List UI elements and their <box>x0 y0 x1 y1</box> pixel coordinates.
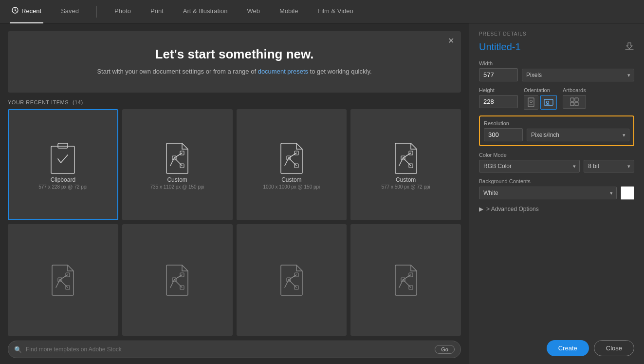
grid-item-sub: 577 x 228 px @ 72 ppi <box>38 184 87 190</box>
doc-icon <box>278 142 305 176</box>
create-button[interactable]: Create <box>547 340 589 356</box>
svg-point-49 <box>530 100 533 103</box>
recent-header: YOUR RECENT ITEMS (14) <box>0 93 469 109</box>
svg-line-23 <box>60 275 68 280</box>
color-mode-row: RGB Color CMYK Color Lab Color Grayscale… <box>479 160 634 172</box>
tab-art-label: Art & Illustration <box>183 7 228 15</box>
bg-contents-select-wrap: White Black Background Color Transparent… <box>479 187 617 199</box>
grid-item-sub: 577 x 500 px @ 72 ppi <box>382 184 430 190</box>
tab-art[interactable]: Art & Illustration <box>181 0 230 23</box>
grid-item-custom6[interactable] <box>237 224 347 336</box>
color-mode-select[interactable]: RGB Color CMYK Color Lab Color Grayscale… <box>479 160 580 172</box>
tab-photo[interactable]: Photo <box>112 0 133 23</box>
grid-item-label: Custom <box>396 176 416 183</box>
grid-item-label: Clipboard <box>51 176 75 183</box>
tab-recent-label: Recent <box>21 7 41 15</box>
tab-mobile[interactable]: Mobile <box>277 0 300 23</box>
svg-line-43 <box>403 280 411 287</box>
doc-icon <box>392 264 420 298</box>
search-bar: 🔍 Go <box>8 341 461 358</box>
height-input[interactable] <box>479 95 518 108</box>
artboards-label: Artboards <box>563 87 586 93</box>
doc-icon <box>392 142 420 176</box>
main-layout: ✕ Let's start something new. Start with … <box>0 23 644 364</box>
artboards-button[interactable] <box>563 95 586 109</box>
svg-rect-54 <box>570 98 574 101</box>
tab-film[interactable]: Film & Video <box>315 0 355 23</box>
svg-line-7 <box>174 158 182 166</box>
tab-print[interactable]: Print <box>148 0 166 23</box>
tab-web[interactable]: Web <box>245 0 262 23</box>
bg-contents-label: Background Contents <box>479 178 634 184</box>
preset-name-row: Untitled-1 <box>479 41 634 53</box>
portrait-button[interactable] <box>524 95 538 110</box>
svg-line-37 <box>289 280 296 287</box>
preset-details-label: PRESET DETAILS <box>479 31 634 37</box>
grid-item-sub: 735 x 1102 px @ 150 ppi <box>150 184 204 190</box>
chevron-right-icon: ▶ <box>479 206 483 212</box>
svg-rect-4 <box>58 143 68 148</box>
grid-item-custom4[interactable] <box>8 224 118 336</box>
svg-line-5 <box>174 153 182 158</box>
tab-saved-label: Saved <box>61 7 79 15</box>
grid-item-clipboard[interactable]: Clipboard 577 x 228 px @ 72 ppi <box>8 109 118 221</box>
resolution-unit-select[interactable]: Pixels/Inch Pixels/Centimeter <box>527 129 629 141</box>
hero-subtitle-after: to get working quickly. <box>308 68 372 75</box>
resolution-row: Pixels/Inch Pixels/Centimeter <box>484 128 629 141</box>
resolution-input[interactable] <box>484 128 523 141</box>
bg-contents-row: White Black Background Color Transparent… <box>479 186 634 200</box>
tab-saved[interactable]: Saved <box>59 0 81 23</box>
right-panel: PRESET DETAILS Untitled-1 Width Pixels I… <box>469 23 644 364</box>
svg-line-25 <box>60 280 68 287</box>
grid-item-custom2[interactable]: Custom 1000 x 1000 px @ 150 ppi <box>237 109 347 221</box>
recent-count: (14) <box>73 99 83 105</box>
document-presets-link[interactable]: document presets <box>258 68 308 75</box>
items-grid: Clipboard 577 x 228 px @ 72 ppi <box>0 109 469 336</box>
preset-name-before: Untitled- <box>479 41 515 52</box>
hero-subtitle-before: Start with your own document settings or… <box>97 68 258 75</box>
hero-title: Let's start something new. <box>27 47 442 62</box>
grid-item-custom7[interactable] <box>350 224 461 336</box>
svg-line-29 <box>174 275 182 280</box>
svg-line-2 <box>15 11 17 12</box>
svg-line-31 <box>174 280 182 287</box>
resolution-unit-select-wrap: Pixels/Inch Pixels/Centimeter <box>527 129 629 141</box>
doc-icon <box>278 264 305 298</box>
hero-subtitle: Start with your own document settings or… <box>27 67 442 77</box>
width-input[interactable] <box>479 68 518 81</box>
save-preset-icon[interactable] <box>625 42 634 53</box>
preset-name: Untitled-1 <box>479 41 521 53</box>
close-button[interactable]: ✕ <box>448 36 454 45</box>
clipboard-icon <box>49 142 76 176</box>
tab-film-label: Film & Video <box>317 7 353 15</box>
left-panel: ✕ Let's start something new. Start with … <box>0 23 469 364</box>
grid-item-sub: 1000 x 1000 px @ 150 ppi <box>263 184 320 190</box>
landscape-button[interactable] <box>540 95 557 110</box>
color-depth-select[interactable]: 8 bit 16 bit 32 bit <box>584 160 634 172</box>
go-button[interactable]: Go <box>435 345 455 354</box>
advanced-options-label: > Advanced Options <box>486 206 539 212</box>
bg-contents-select[interactable]: White Black Background Color Transparent… <box>479 187 617 199</box>
grid-item-custom5[interactable] <box>122 224 233 336</box>
search-input[interactable] <box>26 346 431 353</box>
svg-point-52 <box>547 101 549 104</box>
tab-recent[interactable]: Recent <box>10 0 43 23</box>
svg-line-11 <box>289 153 296 158</box>
svg-line-17 <box>403 153 411 158</box>
svg-rect-55 <box>575 98 578 101</box>
bottom-buttons: Create Close <box>479 332 634 356</box>
recent-label: YOUR RECENT ITEMS <box>8 99 69 105</box>
bg-color-swatch[interactable] <box>621 186 634 200</box>
color-mode-label: Color Mode <box>479 152 634 158</box>
search-icon: 🔍 <box>14 346 22 353</box>
grid-item-custom3[interactable]: Custom 577 x 500 px @ 72 ppi <box>350 109 461 221</box>
width-row: Pixels Inches Centimeters Millimeters Po… <box>479 68 634 81</box>
svg-rect-57 <box>575 102 578 106</box>
svg-line-35 <box>289 275 296 280</box>
width-unit-select[interactable]: Pixels Inches Centimeters Millimeters Po… <box>522 69 634 81</box>
svg-line-41 <box>403 275 411 280</box>
grid-item-custom1[interactable]: Custom 735 x 1102 px @ 150 ppi <box>122 109 233 221</box>
doc-icon <box>164 142 191 176</box>
advanced-options-toggle[interactable]: ▶ > Advanced Options <box>479 206 634 212</box>
close-dialog-button[interactable]: Close <box>594 340 634 356</box>
